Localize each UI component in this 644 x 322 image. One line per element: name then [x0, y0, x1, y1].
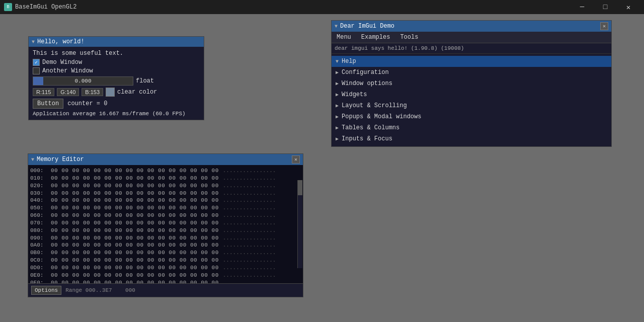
memory-row: 020:00 00 00 00 00 00 00 00 00 00 00 00 …	[28, 182, 303, 190]
demo-item-tables-and-columns[interactable]: ▶Tables & Columns	[332, 122, 611, 133]
memory-row: 000:00 00 00 00 00 00 00 00 00 00 00 00 …	[28, 167, 303, 175]
demo-menubar: Menu Examples Tools	[332, 32, 611, 43]
memory-row: 0E0:00 00 00 00 00 00 00 00 00 00 00 00 …	[28, 272, 303, 279]
demo-item-popups-and-modal-windows[interactable]: ▶Popups & Modal windows	[332, 111, 611, 122]
memory-hex-values: 00 00 00 00 00 00 00 00 00 00 00 00 00 0…	[51, 257, 219, 264]
memory-ascii-values: ................	[223, 279, 276, 283]
counter-text: counter = 0	[67, 100, 107, 107]
color-row: R:115 G:140 B:153 clear color	[33, 88, 200, 97]
slider-fill	[33, 77, 43, 85]
demo-item-label: Layout & Scrolling	[342, 102, 407, 109]
color-b-button[interactable]: B:153	[82, 88, 103, 96]
memory-hex-values: 00 00 00 00 00 00 00 00 00 00 00 00 00 0…	[51, 219, 219, 227]
memory-hex-values: 00 00 00 00 00 00 00 00 00 00 00 00 00 0…	[51, 204, 219, 212]
demo-item-label: Popups & Modal windows	[342, 113, 421, 120]
demo-item-label: Window options	[342, 80, 392, 87]
memory-editor-title: Memory Editor	[37, 156, 84, 163]
demo-item-layout-and-scrolling[interactable]: ▶Layout & Scrolling	[332, 100, 611, 111]
memory-options-button[interactable]: Options	[31, 286, 61, 295]
hello-world-titlebar[interactable]: ▼ Hello, world!	[29, 37, 204, 47]
dear-imgui-demo-window: ▼ Dear ImGui Demo ✕ Menu Examples Tools …	[331, 20, 612, 147]
memory-footer: Options Range 000..3E7 000	[28, 283, 303, 297]
memory-address: 030:	[30, 190, 48, 197]
memory-row: 060:00 00 00 00 00 00 00 00 00 00 00 00 …	[28, 212, 303, 219]
slider-value: 0.000	[74, 78, 91, 84]
demo-info-text: dear imgui says hello! (1.90.8) (19008)	[332, 43, 611, 54]
memory-range-text: Range 000..3E7 000	[65, 287, 135, 293]
memory-collapse-arrow-icon: ▼	[31, 157, 34, 163]
memory-address: 0B0:	[30, 249, 48, 257]
memory-ascii-values: ................	[223, 227, 276, 234]
memory-row: 040:00 00 00 00 00 00 00 00 00 00 00 00 …	[28, 197, 303, 204]
color-swatch[interactable]	[106, 88, 115, 97]
memory-row: 0D0:00 00 00 00 00 00 00 00 00 00 00 00 …	[28, 264, 303, 272]
memory-editor-window: ▼ Memory Editor ✕ 000:00 00 00 00 00 00 …	[28, 153, 303, 297]
demo-item-help[interactable]: ▼Help	[332, 56, 611, 67]
fps-text: Application average 16.667 ms/frame (60.…	[33, 111, 200, 117]
memory-ascii-values: ................	[223, 249, 276, 257]
demo-item-label: Tables & Columns	[342, 124, 399, 131]
memory-scrollbar[interactable]	[297, 180, 302, 268]
hello-world-content: This is some useful text. Demo Window An…	[29, 47, 204, 120]
demo-item-arrow-icon: ▶	[336, 125, 339, 131]
memory-close-button[interactable]: ✕	[292, 155, 300, 164]
memory-hex-values: 00 00 00 00 00 00 00 00 00 00 00 00 00 0…	[51, 212, 219, 219]
demo-window-titlebar[interactable]: ▼ Dear ImGui Demo ✕	[332, 21, 611, 32]
memory-hex-values: 00 00 00 00 00 00 00 00 00 00 00 00 00 0…	[51, 242, 219, 249]
menu-item-tools[interactable]: Tools	[398, 33, 420, 42]
float-slider[interactable]: 0.000	[33, 76, 133, 86]
menu-item-examples[interactable]: Examples	[359, 33, 392, 42]
memory-hex-values: 00 00 00 00 00 00 00 00 00 00 00 00 00 0…	[51, 197, 219, 204]
demo-items-list: ▼Help▶Configuration▶Window options▶Widge…	[332, 54, 611, 146]
color-g-button[interactable]: G:140	[57, 88, 79, 96]
collapse-arrow-icon: ▼	[32, 39, 35, 45]
demo-item-label: Inputs & Focus	[342, 135, 392, 142]
demo-item-label: Configuration	[342, 69, 389, 76]
color-r-button[interactable]: R:115	[33, 88, 54, 96]
title-bar: B BaseImGui OpenGL2 ─ □ ✕	[0, 0, 644, 14]
demo-close-button[interactable]: ✕	[600, 22, 608, 30]
memory-hex-values: 00 00 00 00 00 00 00 00 00 00 00 00 00 0…	[51, 182, 219, 190]
main-button[interactable]: Button	[33, 99, 63, 109]
demo-item-widgets[interactable]: ▶Widgets	[332, 89, 611, 100]
memory-hex-values: 00 00 00 00 00 00 00 00 00 00 00 00 00 0…	[51, 272, 219, 279]
memory-hex-values: 00 00 00 00 00 00 00 00 00 00 00 00 00 0…	[51, 227, 219, 234]
menu-item-menu[interactable]: Menu	[335, 33, 353, 42]
maximize-button[interactable]: □	[594, 0, 617, 14]
memory-address: 0C0:	[30, 257, 48, 264]
float-slider-row: 0.000 float	[33, 76, 200, 86]
demo-item-arrow-icon: ▶	[336, 103, 339, 109]
demo-item-window-options[interactable]: ▶Window options	[332, 78, 611, 89]
memory-ascii-values: ................	[223, 234, 276, 242]
memory-hex-values: 00 00 00 00 00 00 00 00 00 00 00 00 00 0…	[51, 234, 219, 242]
demo-window-checkbox[interactable]	[33, 59, 40, 66]
memory-row: 0B0:00 00 00 00 00 00 00 00 00 00 00 00 …	[28, 249, 303, 257]
hello-text: This is some useful text.	[33, 50, 200, 57]
hello-world-window: ▼ Hello, world! This is some useful text…	[28, 36, 204, 120]
demo-item-configuration[interactable]: ▶Configuration	[332, 67, 611, 78]
memory-address: 0D0:	[30, 264, 48, 272]
memory-ascii-values: ................	[223, 204, 276, 212]
memory-editor-titlebar[interactable]: ▼ Memory Editor ✕	[28, 154, 303, 165]
memory-hex-values: 00 00 00 00 00 00 00 00 00 00 00 00 00 0…	[51, 167, 219, 175]
memory-row: 080:00 00 00 00 00 00 00 00 00 00 00 00 …	[28, 227, 303, 234]
memory-ascii-values: ................	[223, 167, 276, 175]
demo-item-inputs-and-focus[interactable]: ▶Inputs & Focus	[332, 133, 611, 144]
minimize-button[interactable]: ─	[571, 0, 594, 14]
memory-address: 060:	[30, 212, 48, 219]
memory-scrollbar-thumb[interactable]	[298, 180, 302, 195]
memory-row: 0A0:00 00 00 00 00 00 00 00 00 00 00 00 …	[28, 242, 303, 249]
memory-content-area[interactable]: 000:00 00 00 00 00 00 00 00 00 00 00 00 …	[28, 165, 303, 283]
another-window-checkbox[interactable]	[33, 67, 40, 74]
demo-window-checkbox-row: Demo Window	[33, 59, 200, 66]
memory-row: 0C0:00 00 00 00 00 00 00 00 00 00 00 00 …	[28, 257, 303, 264]
memory-address: 0A0:	[30, 242, 48, 249]
demo-item-arrow-icon: ▶	[336, 80, 339, 87]
memory-ascii-values: ................	[223, 197, 276, 204]
memory-ascii-values: ................	[223, 190, 276, 197]
memory-ascii-values: ................	[223, 175, 276, 182]
close-button[interactable]: ✕	[617, 0, 640, 14]
memory-row: 030:00 00 00 00 00 00 00 00 00 00 00 00 …	[28, 190, 303, 197]
demo-item-arrow-icon: ▶	[336, 69, 339, 75]
demo-item-arrow-icon: ▶	[336, 92, 339, 98]
